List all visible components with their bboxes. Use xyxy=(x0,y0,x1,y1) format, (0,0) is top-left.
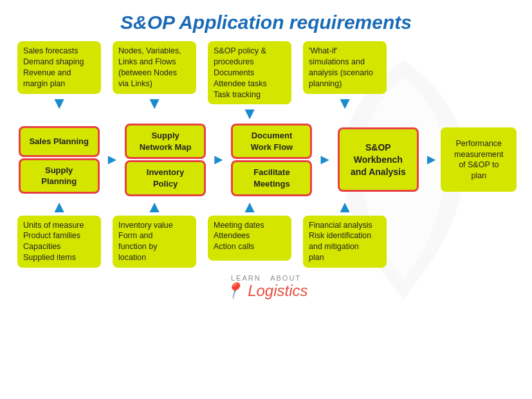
page-title: S&OP Application requirements xyxy=(0,0,532,41)
mid-col-5: Performance measurement of S&OP to plan xyxy=(437,127,520,192)
top-box-4: 'What-if' simulations and analysis (scen… xyxy=(303,41,387,94)
h-arrow-2: ► xyxy=(213,151,225,168)
mid-col-4: S&OP Workbench and Analysis xyxy=(331,127,425,192)
bottom-box-3: Meeting dates Attendees Action calls xyxy=(208,216,291,261)
col-1: Sales forecasts Demand shaping Revenue a… xyxy=(12,41,107,112)
facilitate-meetings-box: Facilitate Meetings xyxy=(231,160,312,196)
logo-brand: 📍 Logistics xyxy=(0,282,532,300)
document-workflow-box: Document Work Flow xyxy=(231,124,312,159)
performance-box: Performance measurement of S&OP to plan xyxy=(441,127,517,192)
middle-row: Sales Planning Supply Planning ► Supply … xyxy=(5,124,527,196)
arrow-down-4: ▼ xyxy=(336,95,353,111)
mid-boxes-1: Sales Planning Supply Planning xyxy=(19,126,100,194)
arrow-up-4: ▲ xyxy=(336,198,353,215)
arrow-up-1: ▲ xyxy=(51,198,68,215)
bot-col-2: ▲ Inventory value Form and function by l… xyxy=(107,198,202,268)
logo-area: LEARN ABOUT 📍 Logistics xyxy=(0,274,532,300)
mid-col-3: Document Work Flow Facilitate Meetings xyxy=(225,124,319,196)
mid-boxes-2: Supply Network Map Inventory Policy xyxy=(125,124,206,196)
arrow-down-1: ▼ xyxy=(51,95,68,111)
h-arrow-4: ► xyxy=(426,151,437,168)
page-wrapper: S&OP Application requirements Sales fore… xyxy=(0,0,532,399)
arrow-up-2: ▲ xyxy=(146,198,163,215)
bottom-box-2: Inventory value Form and function by loc… xyxy=(113,216,196,268)
top-box-3: S&OP policy & procedures Documents Atten… xyxy=(208,41,291,104)
h-arrow-3: ► xyxy=(319,151,331,168)
inventory-policy-box: Inventory Policy xyxy=(125,160,206,196)
arrow-down-2: ▼ xyxy=(146,95,163,111)
mid-col-2: Supply Network Map Inventory Policy xyxy=(118,124,212,196)
bot-col-3: ▲ Meeting dates Attendees Action calls xyxy=(202,198,297,261)
arrow-down-3: ▼ xyxy=(241,105,258,122)
bot-col-4: ▲ Financial analysis Risk identification… xyxy=(297,198,392,268)
col-4: 'What-if' simulations and analysis (scen… xyxy=(297,41,392,112)
top-box-2: Nodes, Variables, Links and Flows (betwe… xyxy=(113,41,196,94)
mid-boxes-3: Document Work Flow Facilitate Meetings xyxy=(231,124,312,196)
supply-planning-box: Supply Planning xyxy=(19,158,100,194)
sales-planning-box: Sales Planning xyxy=(19,126,100,157)
col-3: S&OP policy & procedures Documents Atten… xyxy=(202,41,297,122)
top-box-1: Sales forecasts Demand shaping Revenue a… xyxy=(17,41,101,94)
bot-col-1: ▲ Units of measure Product families Capa… xyxy=(12,198,107,268)
diagram: Sales forecasts Demand shaping Revenue a… xyxy=(0,41,532,268)
sop-workbench-box: S&OP Workbench and Analysis xyxy=(338,127,419,192)
col-2: Nodes, Variables, Links and Flows (betwe… xyxy=(107,41,202,112)
mid-col-1: Sales Planning Supply Planning xyxy=(12,126,106,194)
supply-network-map-box: Supply Network Map xyxy=(125,124,206,159)
bottom-row: ▲ Units of measure Product families Capa… xyxy=(5,198,527,268)
bottom-box-4: Financial analysis Risk identification a… xyxy=(303,216,387,268)
arrow-up-3: ▲ xyxy=(241,198,258,215)
bottom-box-1: Units of measure Product families Capaci… xyxy=(17,216,101,268)
top-row: Sales forecasts Demand shaping Revenue a… xyxy=(5,41,527,122)
logo-learn-label: LEARN ABOUT xyxy=(0,274,532,282)
h-arrow-1: ► xyxy=(106,151,118,168)
